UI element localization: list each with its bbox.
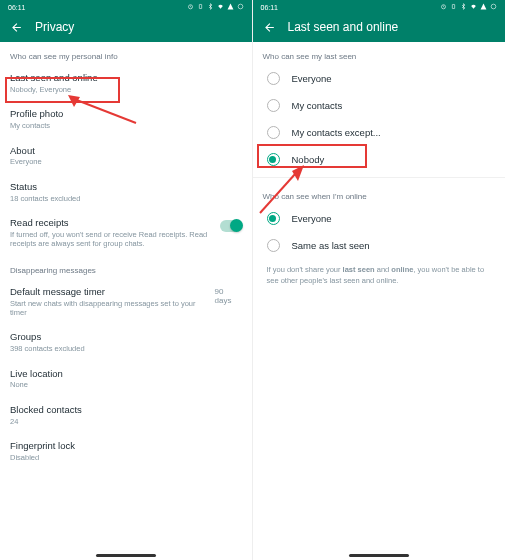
- setting-sub: None: [10, 380, 242, 389]
- setting-sub: Nobody, Everyone: [10, 85, 242, 94]
- nav-handle[interactable]: [96, 554, 156, 557]
- status-bar: 06:11: [253, 0, 506, 14]
- setting-title: Status: [10, 181, 242, 193]
- option-everyone[interactable]: Everyone: [253, 65, 506, 92]
- radio-label: My contacts except...: [292, 127, 381, 138]
- radio-icon: [267, 153, 280, 166]
- setting-title: Live location: [10, 368, 242, 380]
- app-bar: Privacy: [0, 14, 252, 42]
- setting-title: Groups: [10, 331, 242, 343]
- radio-icon: [267, 239, 280, 252]
- setting-sub: Everyone: [10, 157, 242, 166]
- setting-last-seen-online[interactable]: Last seen and online Nobody, Everyone: [0, 65, 252, 101]
- status-bar: 06:11: [0, 0, 252, 14]
- radio-icon: [267, 126, 280, 139]
- setting-title: About: [10, 145, 242, 157]
- page-title: Privacy: [35, 20, 74, 34]
- setting-sub: Disabled: [10, 453, 242, 462]
- svg-rect-6: [452, 4, 454, 8]
- setting-title: Read receipts: [10, 217, 212, 229]
- section-online: Who can see when I'm online: [253, 182, 506, 205]
- battery-icon: [237, 3, 244, 11]
- setting-groups[interactable]: Groups 398 contacts excluded: [0, 324, 252, 360]
- bluetooth-icon: [460, 3, 467, 11]
- option-my-contacts-except[interactable]: My contacts except...: [253, 119, 506, 146]
- vibrate-icon: [197, 3, 204, 11]
- nav-handle[interactable]: [349, 554, 409, 557]
- setting-sub: My contacts: [10, 121, 242, 130]
- setting-title: Last seen and online: [10, 72, 242, 84]
- svg-point-2: [238, 4, 243, 9]
- setting-sub: Start new chats with disappearing messag…: [10, 299, 207, 318]
- section-personal-info: Who can see my personal info: [0, 42, 252, 65]
- svg-rect-1: [199, 4, 201, 8]
- setting-fingerprint-lock[interactable]: Fingerprint lock Disabled: [0, 433, 252, 469]
- option-online-same[interactable]: Same as last seen: [253, 232, 506, 259]
- signal-icon: [480, 3, 487, 11]
- section-last-seen: Who can see my last seen: [253, 42, 506, 65]
- setting-blocked-contacts[interactable]: Blocked contacts 24: [0, 397, 252, 433]
- setting-title: Fingerprint lock: [10, 440, 242, 452]
- setting-sub: 24: [10, 417, 242, 426]
- radio-label: Everyone: [292, 73, 332, 84]
- setting-about[interactable]: About Everyone: [0, 138, 252, 174]
- option-online-everyone[interactable]: Everyone: [253, 205, 506, 232]
- signal-icon: [227, 3, 234, 11]
- divider: [253, 177, 506, 178]
- back-button[interactable]: [10, 21, 23, 34]
- setting-sub: If turned off, you won't send or receive…: [10, 230, 212, 249]
- app-bar: Last seen and online: [253, 14, 506, 42]
- battery-icon: [490, 3, 497, 11]
- radio-icon: [267, 99, 280, 112]
- read-receipts-toggle[interactable]: [220, 220, 242, 232]
- back-button[interactable]: [263, 21, 276, 34]
- setting-sub: 398 contacts excluded: [10, 344, 242, 353]
- setting-sub: 18 contacts excluded: [10, 194, 242, 203]
- setting-profile-photo[interactable]: Profile photo My contacts: [0, 101, 252, 137]
- radio-label: Same as last seen: [292, 240, 370, 251]
- alarm-icon: [440, 3, 447, 11]
- option-my-contacts[interactable]: My contacts: [253, 92, 506, 119]
- option-nobody[interactable]: Nobody: [253, 146, 506, 173]
- setting-default-timer[interactable]: Default message timer Start new chats wi…: [0, 279, 252, 325]
- radio-label: Nobody: [292, 154, 325, 165]
- alarm-icon: [187, 3, 194, 11]
- setting-live-location[interactable]: Live location None: [0, 361, 252, 397]
- svg-point-7: [491, 4, 496, 9]
- radio-label: Everyone: [292, 213, 332, 224]
- wifi-icon: [217, 3, 224, 11]
- default-timer-value: 90 days: [215, 287, 242, 305]
- radio-icon: [267, 212, 280, 225]
- setting-title: Profile photo: [10, 108, 242, 120]
- bluetooth-icon: [207, 3, 214, 11]
- last-seen-screen: 06:11 Last seen and online Who can see m…: [253, 0, 506, 560]
- setting-title: Blocked contacts: [10, 404, 242, 416]
- wifi-icon: [470, 3, 477, 11]
- section-disappearing: Disappearing messages: [0, 256, 252, 279]
- status-time: 06:11: [261, 4, 279, 11]
- setting-title: Default message timer: [10, 286, 207, 298]
- status-time: 06:11: [8, 4, 26, 11]
- page-title: Last seen and online: [288, 20, 399, 34]
- privacy-screen: 06:11 Privacy Who can see my personal in…: [0, 0, 253, 560]
- radio-icon: [267, 72, 280, 85]
- setting-status[interactable]: Status 18 contacts excluded: [0, 174, 252, 210]
- footnote: If you don't share your last seen and on…: [253, 259, 506, 292]
- vibrate-icon: [450, 3, 457, 11]
- setting-read-receipts[interactable]: Read receipts If turned off, you won't s…: [0, 210, 252, 256]
- radio-label: My contacts: [292, 100, 343, 111]
